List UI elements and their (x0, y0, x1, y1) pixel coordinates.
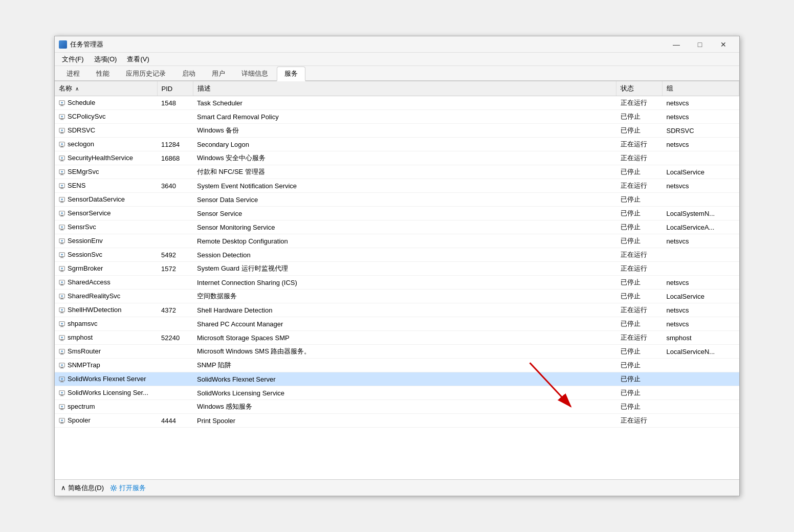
table-row[interactable]: shpamsvcShared PC Account Manager已停止nets… (55, 317, 739, 331)
table-row[interactable]: Spooler4444Print Spooler正在运行 (55, 414, 739, 428)
cell-name: SessionSvc (55, 248, 157, 262)
table-row[interactable]: ShellHWDetection4372Shell Hardware Detec… (55, 303, 739, 317)
cell-group: netsvcs (663, 179, 739, 193)
table-row[interactable]: SharedAccessInternet Connection Sharing … (55, 276, 739, 290)
tab-users[interactable]: 用户 (204, 66, 233, 80)
cell-desc: Internet Connection Sharing (ICS) (193, 276, 616, 290)
service-icon (59, 347, 68, 355)
menu-file[interactable]: 文件(F) (57, 54, 89, 65)
table-row[interactable]: spectrumWindows 感知服务已停止 (55, 400, 739, 414)
table-row[interactable]: Schedule1548Task Scheduler正在运行netsvcs (55, 96, 739, 110)
table-row[interactable]: SCPolicySvcSmart Card Removal Policy已停止n… (55, 110, 739, 124)
svg-rect-85 (61, 394, 63, 395)
cell-name: shpamsvc (55, 317, 157, 331)
svg-point-102 (116, 487, 117, 488)
open-services-link[interactable]: 打开服务 (110, 483, 146, 493)
tab-details[interactable]: 详细信息 (234, 66, 276, 80)
table-row[interactable]: SgrmBroker1572System Guard 运行时监视代理正在运行 (55, 262, 739, 276)
service-name-text: spectrum (68, 403, 95, 410)
col-header-pid[interactable]: PID (157, 81, 193, 96)
table-row[interactable]: SolidWorks Flexnet ServerSolidWorks Flex… (55, 372, 739, 386)
table-row[interactable]: SensrSvcSensor Monitoring Service已停止Loca… (55, 220, 739, 234)
service-icon (59, 416, 68, 424)
cell-name: Spooler (55, 414, 157, 428)
cell-name: SharedAccess (55, 276, 157, 290)
cell-name: ShellHWDetection (55, 303, 157, 317)
cell-name: Schedule (55, 96, 157, 110)
cell-desc: Windows 安全中心服务 (193, 151, 616, 165)
tab-process[interactable]: 进程 (59, 66, 87, 80)
table-row[interactable]: SensorDataServiceSensor Data Service已停止 (55, 193, 739, 207)
svg-rect-62 (60, 313, 64, 313)
cell-status: 已停止 (616, 220, 663, 234)
cell-name: SDRSVC (55, 124, 157, 138)
svg-rect-22 (60, 174, 64, 175)
cell-name: SgrmBroker (55, 262, 157, 276)
service-icon (59, 140, 68, 148)
table-row[interactable]: SecurityHealthService16868Windows 安全中心服务… (55, 151, 739, 165)
col-header-name[interactable]: 名称 ∧ (55, 81, 157, 96)
svg-point-105 (115, 485, 116, 486)
cell-group: netsvcs (663, 138, 739, 151)
table-row[interactable]: SEMgrSvc付款和 NFC/SE 管理器已停止LocalService (55, 165, 739, 179)
cell-desc: Windows 感知服务 (193, 400, 616, 414)
svg-rect-54 (60, 285, 64, 285)
cell-name: SolidWorks Flexnet Server (55, 372, 157, 386)
svg-rect-26 (60, 188, 64, 189)
service-name-text: SharedAccess (68, 278, 111, 286)
service-name-text: SmsRouter (68, 347, 101, 355)
maximize-button[interactable]: □ (688, 36, 712, 53)
table-row[interactable]: SessionSvc5492Session Detection正在运行 (55, 248, 739, 262)
table-row[interactable]: SharedRealitySvc空间数据服务已停止LocalService (55, 290, 739, 303)
cell-name: SessionEnv (55, 234, 157, 248)
svg-rect-90 (60, 409, 64, 410)
table-row[interactable]: smphost52240Microsoft Storage Spaces SMP… (55, 331, 739, 345)
service-icon (59, 264, 68, 272)
tab-app-history[interactable]: 应用历史记录 (118, 66, 173, 80)
service-name-text: Spooler (68, 416, 91, 424)
title-bar: 任务管理器 — □ ✕ (55, 36, 739, 53)
table-row[interactable]: SDRSVCWindows 备份已停止SDRSVC (55, 124, 739, 138)
service-icon (59, 168, 68, 175)
table-row[interactable]: SensorServiceSensor Service已停止LocalSyste… (55, 207, 739, 220)
cell-group: LocalSystemN... (663, 207, 739, 220)
svg-rect-89 (61, 408, 63, 409)
table-row[interactable]: SmsRouterMicrosoft Windows SMS 路由器服务。已停止… (55, 345, 739, 359)
cell-group (663, 151, 739, 165)
service-icon (59, 113, 68, 120)
cell-desc: Smart Card Removal Policy (193, 110, 616, 124)
col-header-desc[interactable]: 描述 (193, 81, 616, 96)
services-table-container[interactable]: 名称 ∧ PID 描述 状态 组 Schedule1548Task Schedu… (55, 81, 739, 479)
cell-name: SecurityHealthService (55, 151, 157, 165)
service-icon (59, 334, 68, 341)
table-row[interactable]: seclogon11284Secondary Logon正在运行netsvcs (55, 138, 739, 151)
col-header-status[interactable]: 状态 (616, 81, 663, 96)
cell-status: 已停止 (616, 124, 663, 138)
table-row[interactable]: SolidWorks Licensing Ser...SolidWorks Li… (55, 386, 739, 400)
tab-performance[interactable]: 性能 (89, 66, 117, 80)
svg-rect-53 (61, 284, 63, 285)
tab-startup[interactable]: 启动 (174, 66, 203, 80)
cell-group (663, 262, 739, 276)
minimize-button[interactable]: — (665, 36, 688, 53)
tab-services[interactable]: 服务 (277, 66, 305, 81)
table-row[interactable]: SessionEnvRemote Desktop Configuration已停… (55, 234, 739, 248)
service-name-text: SENS (68, 182, 85, 189)
cell-name: spectrum (55, 400, 157, 414)
cell-status: 已停止 (616, 193, 663, 207)
menu-view[interactable]: 查看(V) (122, 54, 154, 65)
cell-group (663, 400, 739, 414)
table-row[interactable]: SNMPTrapSNMP 陷阱已停止 (55, 359, 739, 372)
svg-point-100 (113, 490, 114, 491)
cell-status: 正在运行 (616, 138, 663, 151)
summary-toggle[interactable]: ∧ 简略信息(D) (61, 483, 104, 493)
close-button[interactable]: ✕ (712, 36, 735, 53)
cell-group: netsvcs (663, 317, 739, 331)
service-icon (59, 306, 68, 314)
cell-pid: 3640 (157, 179, 193, 193)
svg-rect-49 (61, 270, 63, 271)
cell-status: 正在运行 (616, 414, 663, 428)
menu-options[interactable]: 选项(O) (89, 54, 122, 65)
col-header-group[interactable]: 组 (663, 81, 739, 96)
table-row[interactable]: SENS3640System Event Notification Servic… (55, 179, 739, 193)
